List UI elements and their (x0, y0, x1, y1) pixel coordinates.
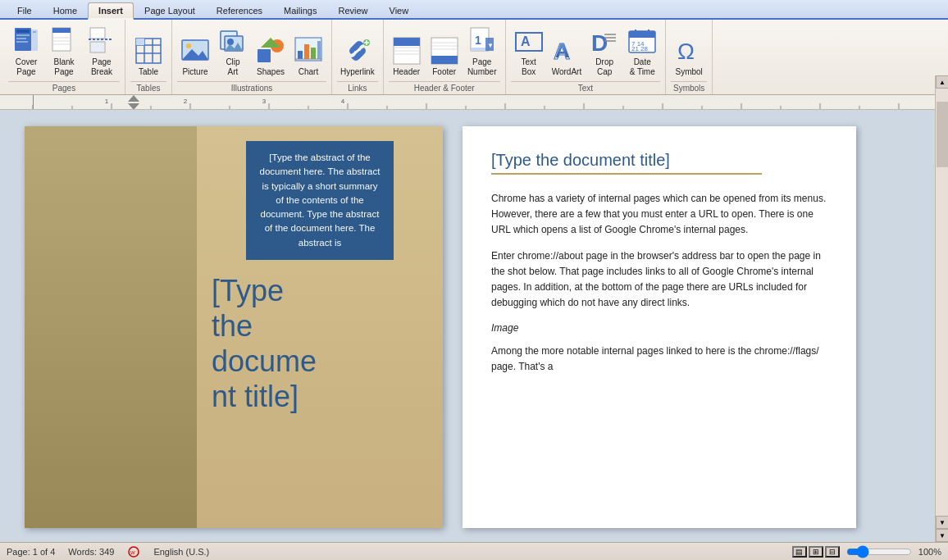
tab-review[interactable]: Review (327, 2, 378, 18)
scrollbar-thumb[interactable] (937, 102, 948, 167)
svg-text:A: A (521, 34, 531, 48)
svg-rect-71 (16, 95, 948, 110)
svg-text:▼: ▼ (487, 42, 494, 49)
view-buttons: ▤ ⊞ ⊟ (792, 546, 840, 558)
svg-rect-28 (258, 49, 271, 62)
tab-file[interactable]: File (7, 2, 43, 18)
left-page-title[interactable]: [Typethedocument title] (203, 260, 436, 415)
clip-art-label: ClipArt (226, 57, 239, 77)
shapes-button[interactable]: Shapes (253, 24, 289, 80)
zoom-slider[interactable] (846, 547, 912, 557)
page-right: [Type the document title] Chrome has a v… (463, 126, 856, 528)
left-page-sidebar (25, 126, 197, 528)
ribbon-group-illustrations: Picture ClipArt Shapes (172, 20, 332, 94)
blank-page-label: BlankPage (53, 57, 74, 77)
status-bar-right: ▤ ⊞ ⊟ 100% (792, 546, 941, 558)
tab-mailings[interactable]: Mailings (273, 2, 327, 18)
table-label: Table (139, 67, 158, 77)
page-break-label: PageBreak (91, 57, 112, 77)
ribbon-group-links: Hyperlink Links (332, 20, 384, 94)
wordart-label: WordArt (552, 67, 582, 77)
header-footer-group-label: Header & Footer (389, 81, 500, 93)
svg-text:1: 1 (105, 98, 109, 105)
links-group-label: Links (337, 81, 378, 93)
svg-point-26 (227, 39, 234, 45)
header-button[interactable]: Header (389, 24, 425, 80)
picture-icon (180, 36, 210, 66)
ribbon: CoverPage BlankPage PageBreak (0, 20, 948, 95)
ruler: 1 2 3 4 (0, 95, 948, 110)
body-paragraph-3[interactable]: Among the more notable internal pages li… (491, 344, 827, 375)
blank-page-button[interactable]: BlankPage (46, 24, 82, 80)
table-button[interactable]: Table (130, 24, 166, 80)
document-title[interactable]: [Type the document title] (491, 151, 827, 170)
drop-cap-button[interactable]: D DropCap (586, 24, 622, 80)
page-number-label: PageNumber (467, 57, 497, 77)
left-page-inner: [Type the abstract of the document here.… (25, 126, 443, 528)
body-paragraph-2[interactable]: Enter chrome://about page in the browser… (491, 248, 827, 312)
document-body: Chrome has a variety of internal pages w… (491, 191, 827, 375)
scroll-down-button[interactable]: ▼ (936, 516, 948, 529)
shapes-icon (256, 36, 285, 66)
body-paragraph-1[interactable]: Chrome has a variety of internal pages w… (491, 191, 827, 239)
text-group-items: A TextBox A A WordArt (511, 23, 661, 80)
tab-home[interactable]: Home (43, 2, 88, 18)
scroll-up-button[interactable]: ▲ (936, 75, 948, 89)
print-layout-btn[interactable]: ▤ (792, 546, 807, 558)
svg-text:2: 2 (184, 98, 188, 105)
full-screen-btn[interactable]: ⊞ (809, 546, 823, 558)
zoom-level: 100% (918, 547, 941, 557)
svg-rect-65 (629, 34, 655, 38)
svg-rect-14 (90, 42, 105, 52)
vertical-scrollbar[interactable]: ▲ ▼ ▼ (935, 75, 948, 542)
date-time-button[interactable]: 7 14 21 28 Date& Time (624, 24, 660, 80)
title-underline (491, 173, 762, 175)
clip-art-icon (218, 26, 248, 56)
svg-rect-46 (431, 56, 458, 64)
scroll-bottom-button[interactable]: ▼ (936, 529, 948, 542)
svg-text:3: 3 (262, 98, 267, 105)
tab-page-layout[interactable]: Page Layout (134, 2, 206, 18)
tab-references[interactable]: References (206, 2, 273, 18)
page-number-button[interactable]: 1 ▼ PageNumber (464, 24, 500, 80)
svg-text:1: 1 (475, 34, 481, 47)
hyperlink-button[interactable]: Hyperlink (337, 24, 378, 80)
wordart-button[interactable]: A A WordArt (549, 24, 586, 80)
date-time-icon: 7 14 21 28 (627, 26, 657, 56)
tab-view[interactable]: View (379, 2, 420, 18)
tab-insert[interactable]: Insert (88, 2, 134, 20)
symbol-button[interactable]: Ω Symbol (671, 24, 707, 80)
tables-group-items: Table (130, 23, 166, 80)
svg-rect-2 (16, 34, 30, 36)
wordart-icon: A A (552, 36, 581, 66)
svg-text:Ω: Ω (677, 39, 695, 64)
text-box-button[interactable]: A TextBox (511, 24, 547, 80)
picture-button[interactable]: Picture (177, 24, 213, 80)
footer-button[interactable]: Footer (426, 24, 463, 80)
pages-group-label: Pages (8, 81, 120, 93)
hyperlink-icon (343, 36, 372, 66)
svg-rect-1 (16, 30, 30, 33)
illustrations-group-label: Illustrations (177, 81, 326, 93)
table-icon (134, 36, 163, 66)
header-label: Header (393, 67, 420, 77)
svg-rect-3 (16, 38, 26, 39)
hyperlink-label: Hyperlink (340, 67, 375, 77)
footer-label: Footer (432, 67, 456, 77)
abstract-box[interactable]: [Type the abstract of the document here.… (246, 141, 394, 260)
svg-rect-34 (311, 48, 316, 59)
tables-group-label: Tables (130, 81, 166, 93)
chart-button[interactable]: Chart (290, 24, 326, 80)
shapes-label: Shapes (257, 67, 285, 77)
clip-art-button[interactable]: ClipArt (215, 24, 251, 80)
page-break-button[interactable]: PageBreak (84, 24, 120, 80)
body-paragraph-image[interactable]: Image (491, 321, 827, 336)
ribbon-group-text: A TextBox A A WordArt (506, 20, 667, 94)
symbol-icon: Ω (674, 36, 704, 66)
svg-text:4: 4 (341, 98, 345, 105)
text-box-icon: A (514, 26, 544, 56)
svg-rect-20 (136, 39, 144, 45)
web-layout-btn[interactable]: ⊟ (825, 546, 840, 558)
cover-page-button[interactable]: CoverPage (8, 24, 44, 80)
pages-group-items: CoverPage BlankPage PageBreak (8, 23, 120, 80)
